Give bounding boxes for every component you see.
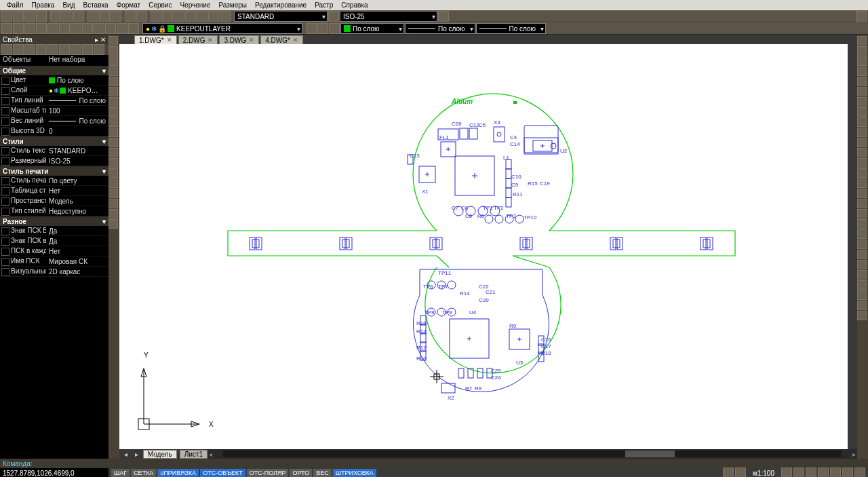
prop-row[interactable]: ПСК в каждом …Нет <box>0 246 108 256</box>
prop-row[interactable]: Имя ПСКМировая СК <box>0 256 108 267</box>
rvt17-icon[interactable] <box>857 199 867 208</box>
tool1-icon[interactable] <box>151 11 161 22</box>
rvt16-icon[interactable] <box>857 189 867 198</box>
szoom7-icon[interactable] <box>854 468 865 477</box>
layermatch-icon[interactable] <box>329 23 340 34</box>
ptool7-icon[interactable] <box>71 44 81 55</box>
rvt11-icon[interactable] <box>857 138 867 147</box>
rvt20-icon[interactable] <box>857 229 867 239</box>
tool2-icon[interactable] <box>162 11 173 22</box>
lvt14-icon[interactable] <box>108 168 118 178</box>
ptool5-icon[interactable] <box>47 44 58 55</box>
ptool6-icon[interactable] <box>59 44 70 55</box>
paste-icon[interactable] <box>111 11 121 22</box>
lvt2-icon[interactable] <box>108 46 118 56</box>
tab-next-icon[interactable]: ▸ <box>132 451 140 458</box>
rvt26-icon[interactable] <box>857 290 867 300</box>
rvt18-icon[interactable] <box>857 209 867 218</box>
menu-формат[interactable]: Формат <box>113 1 145 9</box>
stool1-icon[interactable] <box>723 468 734 477</box>
textstyle-icon[interactable] <box>328 11 339 22</box>
arc-icon[interactable] <box>47 23 58 34</box>
rvt23-icon[interactable] <box>857 260 867 269</box>
prop-row[interactable]: Масштаб типа …100 <box>0 106 108 116</box>
prop-row[interactable]: Таблица стиле…Нет <box>0 186 108 196</box>
ptool9-icon[interactable] <box>94 44 104 55</box>
tool4-icon[interactable] <box>185 11 196 22</box>
help-icon[interactable] <box>856 11 867 22</box>
canvas[interactable]: AltiumC26FL1C12C5X3C4C14U2C13L1X1C10C9R1… <box>119 44 848 449</box>
tool5-icon[interactable] <box>197 11 208 22</box>
rvt22-icon[interactable] <box>857 250 867 259</box>
rvt1-icon[interactable] <box>857 36 867 45</box>
menu-редактирование[interactable]: Редактирование <box>251 1 311 9</box>
menu-файл[interactable]: Файл <box>3 1 28 9</box>
rvt13-icon[interactable] <box>857 158 867 168</box>
lvt19-icon[interactable] <box>108 219 118 229</box>
prop-row[interactable]: Размерный ст…ISO-25 <box>0 156 108 166</box>
tool7-icon[interactable] <box>220 11 231 22</box>
lvt18-icon[interactable] <box>108 209 118 218</box>
prop-row[interactable]: Тип стилей печ…Недоступно <box>0 206 108 216</box>
status-ОРТО[interactable]: ОРТО <box>290 469 312 477</box>
lvt3-icon[interactable] <box>108 56 118 66</box>
section-plotstyle[interactable]: Стиль печати▾ <box>0 166 108 176</box>
rvt28-icon[interactable] <box>857 311 867 320</box>
menu-справка[interactable]: Справка <box>337 1 372 9</box>
ptool8-icon[interactable] <box>82 44 93 55</box>
undo-icon[interactable] <box>125 11 136 22</box>
table-icon[interactable] <box>128 23 139 34</box>
scroll-right-icon[interactable]: ▸ <box>851 451 857 458</box>
command-line[interactable]: Команда: <box>0 459 868 468</box>
menu-черчение[interactable]: Черчение <box>176 1 214 9</box>
menu-размеры[interactable]: Размеры <box>214 1 251 9</box>
section-misc[interactable]: Разное▾ <box>0 216 108 226</box>
layout-tab-Модель[interactable]: Модель <box>143 450 177 459</box>
lvt7-icon[interactable] <box>108 97 118 107</box>
rvt15-icon[interactable] <box>857 178 867 188</box>
lvt17-icon[interactable] <box>108 199 118 208</box>
status-СЕТКА[interactable]: СЕТКА <box>131 469 156 477</box>
panel-close-icon[interactable]: ▸ ✕ <box>95 36 106 43</box>
prop-row[interactable]: ЦветПо слою <box>0 75 108 85</box>
print-icon[interactable] <box>50 11 61 22</box>
szoom2-icon[interactable] <box>793 468 804 477</box>
ptool4-icon[interactable] <box>36 44 47 55</box>
cut-icon[interactable] <box>87 11 98 22</box>
layeriso-icon[interactable] <box>317 23 328 34</box>
rvt7-icon[interactable] <box>857 97 867 107</box>
linetype-combo[interactable]: По слою <box>405 23 475 34</box>
ptool3-icon[interactable] <box>24 44 35 55</box>
rvt6-icon[interactable] <box>857 87 867 96</box>
tab-4.DWG*[interactable]: 4.DWG*✕ <box>260 35 303 44</box>
lvt11-icon[interactable] <box>108 138 118 147</box>
szoom5-icon[interactable] <box>830 468 841 477</box>
status-ОТС-ПОЛЯР[interactable]: ОТС-ПОЛЯР <box>247 469 289 477</box>
szoom4-icon[interactable] <box>818 468 829 477</box>
selection-row[interactable]: Объекты Нет набора <box>0 55 108 66</box>
rvt25-icon[interactable] <box>857 280 867 290</box>
tab-close-icon[interactable]: ✕ <box>208 37 213 43</box>
menu-вставка[interactable]: Вставка <box>79 1 112 9</box>
plot-icon[interactable] <box>62 11 73 22</box>
dimstyle-icon[interactable] <box>438 11 449 22</box>
tab-close-icon[interactable]: ✕ <box>167 37 172 43</box>
status-оПРИВЯЗКА[interactable]: оПРИВЯЗКА <box>157 469 199 477</box>
rvt12-icon[interactable] <box>857 148 867 157</box>
line-icon[interactable] <box>1 23 12 34</box>
mtext-icon[interactable] <box>105 23 116 34</box>
block-icon[interactable] <box>117 23 127 34</box>
prop-row[interactable]: Стиль текстаSTANDARD <box>0 146 108 156</box>
rvt2-icon[interactable] <box>857 46 867 56</box>
tab-close-icon[interactable]: ✕ <box>249 37 254 43</box>
lineweight-combo[interactable]: По слою <box>476 23 547 34</box>
rvt8-icon[interactable] <box>857 107 867 117</box>
prop-row[interactable]: Тип линийПо слою <box>0 96 108 106</box>
ptool2-icon[interactable] <box>13 44 24 55</box>
spline-icon[interactable] <box>59 23 70 34</box>
prop-row[interactable]: Знак ПСК ВклДа <box>0 226 108 236</box>
menu-растр[interactable]: Растр <box>311 1 337 9</box>
szoom3-icon[interactable] <box>806 468 816 477</box>
text-style-combo[interactable]: STANDARD <box>234 11 328 22</box>
menu-правка[interactable]: Правка <box>28 1 59 9</box>
